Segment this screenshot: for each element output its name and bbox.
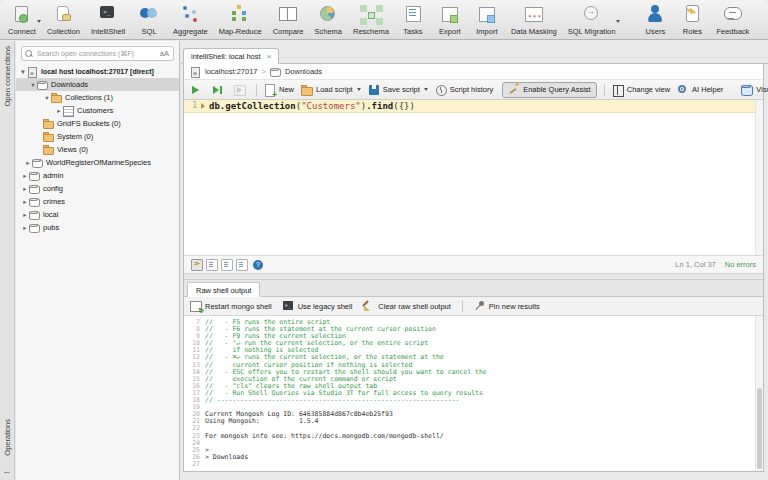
- editor-toolbar-icon: [301, 84, 313, 96]
- output-toolbar-button[interactable]: Use legacy shell: [283, 300, 353, 312]
- tree-item[interactable]: ▸ local: [16, 208, 179, 221]
- open-connections-panel-tab[interactable]: Open connections: [3, 46, 12, 106]
- editor-option-icon[interactable]: [236, 259, 248, 271]
- code-token: .find: [366, 101, 393, 111]
- editor-toolbar-label: New: [279, 85, 294, 94]
- operations-panel-tab[interactable]: Operations: [3, 419, 12, 456]
- collapse-sidebar-arrow-icon[interactable]: ←: [3, 466, 12, 476]
- editor-option-icon[interactable]: [191, 259, 203, 271]
- tab-raw-shell-output[interactable]: Raw shell output: [187, 282, 260, 297]
- tree-item[interactable]: System (0): [16, 130, 179, 143]
- output-toolbar-button[interactable]: Pin new results: [462, 300, 540, 312]
- match-case-toggle[interactable]: aA: [159, 49, 170, 58]
- tree-item[interactable]: ▸ crimes: [16, 195, 179, 208]
- toolbar-label: Import: [476, 27, 497, 36]
- dropdown-arrow-icon[interactable]: [424, 88, 428, 91]
- toolbar-button[interactable]: Import: [474, 4, 500, 36]
- toolbar-button[interactable]: Roles: [679, 4, 705, 36]
- tree-item[interactable]: ▸ pubs: [16, 221, 179, 234]
- chevron-icon[interactable]: ▾: [29, 81, 37, 89]
- output-scrollbar[interactable]: [755, 316, 763, 471]
- output-line-number: 7: [184, 319, 205, 326]
- editor-toolbar-button[interactable]: Save script: [368, 84, 428, 96]
- output-toolbar-button[interactable]: Clear raw shell output: [363, 300, 451, 312]
- tree-item-icon: [29, 184, 40, 194]
- editor-toolbar-button[interactable]: Load script: [301, 84, 361, 96]
- toolbar-icon: [438, 4, 462, 25]
- dropdown-arrow-icon[interactable]: [616, 20, 620, 25]
- editor-option-icon[interactable]: [221, 259, 233, 271]
- code-line[interactable]: db.getCollection("Customers").find({}): [209, 100, 415, 112]
- chevron-icon[interactable]: ▸: [21, 172, 29, 180]
- help-icon[interactable]: ?: [253, 260, 263, 270]
- editor-toolbar-button[interactable]: Enable Query Assist: [502, 82, 597, 98]
- chevron-icon[interactable]: ▸: [21, 185, 29, 193]
- query-editor[interactable]: 1 db.getCollection("Customers").find({}): [184, 100, 763, 255]
- toolbar-button[interactable]: IntelliShell: [91, 4, 125, 36]
- tree-item[interactable]: ▾ Downloads: [16, 78, 179, 91]
- tree-item[interactable]: Views (0): [16, 143, 179, 156]
- editor-toolbar-button[interactable]: AI Helper: [677, 84, 723, 96]
- editor-toolbar-button[interactable]: [234, 84, 249, 96]
- output-button-icon: [283, 300, 295, 312]
- panel-splitter[interactable]: [184, 273, 763, 280]
- toolbar-button[interactable]: Data Masking: [511, 4, 557, 36]
- tree-item[interactable]: ▾ Collections (1): [16, 91, 179, 104]
- intellishell-panel: localhost:27017 > Downloads: [183, 63, 764, 472]
- editor-toolbar-left: New Load script Save script S: [190, 82, 677, 98]
- toolbar-button[interactable]: Collection: [47, 4, 80, 36]
- output-button-label: Use legacy shell: [298, 302, 353, 311]
- editor-scrollbar[interactable]: [755, 100, 763, 255]
- error-status: No errors: [725, 260, 756, 269]
- tree-item[interactable]: ▸ Customers: [16, 104, 179, 117]
- chevron-icon[interactable]: ▸: [21, 224, 29, 232]
- toolbar-icon: [228, 4, 252, 25]
- breadcrumb-server[interactable]: localhost:27017: [205, 67, 258, 76]
- editor-option-icon[interactable]: [206, 259, 218, 271]
- editor-toolbar-button[interactable]: [212, 84, 227, 96]
- toolbar-icon: [721, 4, 745, 25]
- dropdown-arrow-icon[interactable]: [37, 20, 41, 25]
- tree-item-icon: [43, 145, 54, 155]
- toolbar-button[interactable]: Feedback: [716, 4, 749, 36]
- toolbar-button[interactable]: Aggregate: [173, 4, 208, 36]
- output-toolbar-button[interactable]: Restart mongo shell: [190, 300, 272, 312]
- chevron-icon[interactable]: ▸: [24, 159, 32, 167]
- search-input[interactable]: [35, 49, 159, 58]
- tree-item[interactable]: ▾ local host localhost:27017 [direct]: [16, 65, 179, 78]
- tree-item[interactable]: ▸ admin: [16, 169, 179, 182]
- tree-item[interactable]: ▸ config: [16, 182, 179, 195]
- toolbar-button[interactable]: Compare: [273, 4, 304, 36]
- toolbar-button[interactable]: Schema: [315, 4, 343, 36]
- editor-toolbar-button[interactable]: Visual Query Builder: [741, 84, 768, 96]
- editor-toolbar-button[interactable]: Change view: [604, 84, 670, 96]
- chevron-icon[interactable]: ▸: [21, 198, 29, 206]
- chevron-icon[interactable]: ▸: [21, 211, 29, 219]
- toolbar-button[interactable]: SQL: [136, 4, 162, 36]
- dropdown-arrow-icon[interactable]: [357, 88, 361, 91]
- chevron-icon[interactable]: ▾: [43, 94, 51, 102]
- toolbar-button[interactable]: Connect: [8, 4, 36, 36]
- shell-output[interactable]: 7 // - F5 runs the entire script 8 // - …: [184, 316, 763, 471]
- close-icon[interactable]: ×: [267, 52, 272, 61]
- toolbar-button[interactable]: Reschema: [353, 4, 389, 36]
- tab-intellishell[interactable]: intelliShell: local host ×: [183, 48, 279, 64]
- editor-toolbar-button[interactable]: [190, 84, 205, 96]
- side-panel-strip: Open connections Operations ←: [0, 41, 15, 480]
- tree-item-label: System (0): [57, 132, 93, 141]
- chevron-icon[interactable]: ▾: [19, 68, 27, 76]
- toolbar-button[interactable]: Export: [437, 4, 463, 36]
- toolbar-button[interactable]: Users: [642, 4, 668, 36]
- editor-toolbar-button[interactable]: New: [256, 84, 294, 96]
- toolbar-button[interactable]: Tasks: [400, 4, 426, 36]
- breadcrumb-database[interactable]: Downloads: [285, 67, 322, 76]
- chevron-icon[interactable]: ▸: [55, 107, 63, 115]
- toolbar-label: Tasks: [403, 27, 422, 36]
- toolbar-button[interactable]: SQL Migration: [568, 4, 616, 36]
- tree-item[interactable]: GridFS Buckets (0): [16, 117, 179, 130]
- toolbar-label: SQL Migration: [568, 27, 616, 36]
- editor-toolbar-button[interactable]: Script history: [435, 84, 493, 96]
- toolbar-button[interactable]: Map-Reduce: [219, 4, 262, 36]
- toolbar-label: Map-Reduce: [219, 27, 262, 36]
- tree-item[interactable]: ▸ WorldRegisterOfMarineSpecies: [16, 156, 179, 169]
